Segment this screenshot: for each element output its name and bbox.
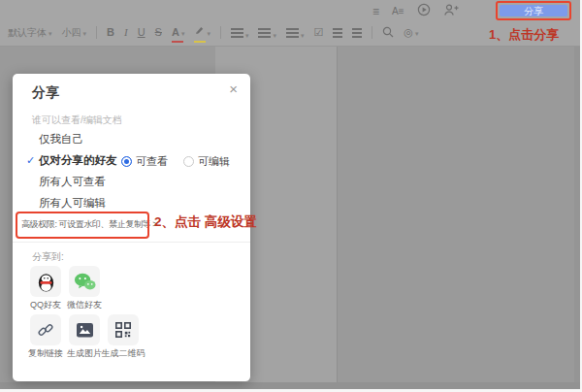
channel-wechat-label: 微信好友 [55,299,113,311]
share-button[interactable]: 分享 [500,5,567,16]
share-button-highlight-box: 分享 [496,1,571,20]
font-color-button[interactable]: A▾ [172,22,184,43]
vertical-scrollbar[interactable] [574,47,580,382]
channel-generate-qrcode-label: 生成二维码 [94,347,152,360]
dialog-title: 分享 [32,84,59,102]
image-icon [76,322,94,339]
highlight-color-button[interactable]: ▾ [194,22,210,43]
toolbar-divider [96,26,97,39]
radio-can-edit[interactable] [183,156,194,167]
qrcode-icon [114,321,132,339]
dialog-divider [13,242,250,243]
chevron-down-icon: ▾ [273,32,276,39]
link-icon [37,321,54,339]
present-icon[interactable] [417,3,431,20]
checkbox-list-button[interactable]: ☑ [313,27,323,38]
chevron-down-icon: ▾ [181,30,185,37]
search-icon[interactable] [382,24,394,42]
align-dropdown[interactable]: ▾ [231,24,249,42]
channel-wechat[interactable] [69,266,100,297]
chevron-down-icon: ▾ [207,30,210,37]
qq-icon [36,271,56,293]
titlebar-icons: ≡ A≡ [372,3,459,20]
strikethrough-button[interactable]: S [155,27,162,38]
position-dropdown[interactable]: ◎▾ [404,27,418,38]
chevron-down-icon: ▾ [48,30,52,37]
chevron-down-icon: ▾ [83,30,87,37]
italic-button[interactable]: I [124,27,128,38]
option-anyone-edit[interactable]: 所有人可编辑 [39,196,106,211]
bullet-list-dropdown[interactable]: ▾ [258,24,276,42]
chevron-down-icon: ▾ [301,32,305,39]
channel-generate-image[interactable] [69,314,100,345]
radio-can-view-label[interactable]: 可查看 [136,154,168,169]
wechat-icon [74,273,96,291]
underline-button[interactable]: U [138,27,146,38]
chevron-down-icon: ▾ [245,32,249,39]
highlighter-icon [194,25,205,36]
bold-button[interactable]: B [107,27,114,38]
text-style-icon[interactable]: A≡ [392,5,404,18]
font-family-dropdown[interactable]: 默认字体▾ [8,26,52,40]
check-icon: ✓ [26,154,35,167]
annotation-step2: 2、点击 高级设置 [154,213,257,231]
channel-generate-qrcode[interactable] [108,314,139,345]
channel-copy-link[interactable] [30,314,61,345]
chevron-down-icon: ▾ [415,30,419,37]
titlebar: ≡ A≡ [0,0,580,19]
option-anyone-view[interactable]: 所有人可查看 [39,175,106,189]
radio-can-edit-label[interactable]: 可编辑 [198,154,230,169]
channel-qq[interactable] [30,266,61,297]
numbered-list-dropdown[interactable]: ▾ [286,24,305,42]
option-only-me[interactable]: 仅我自己 [39,132,83,147]
menu-icon[interactable]: ≡ [372,5,379,18]
permission-radio-group: 可查看 可编辑 [121,154,242,169]
radio-can-view[interactable] [121,156,132,167]
add-collaborator-icon[interactable] [443,3,459,20]
indent-decrease-button[interactable] [352,24,362,42]
toolbar-divider [372,26,372,39]
toolbar-divider [220,26,221,39]
dialog-subtitle: 谁可以查看/编辑文档 [32,114,122,127]
indent-increase-button[interactable] [333,24,342,42]
option-shared-friends[interactable]: 仅对分享的好友 [39,153,117,168]
highlight-color-swatch [194,41,206,43]
advanced-permission-highlight-box [16,212,149,239]
horizontal-scrollbar[interactable] [0,382,580,389]
font-size-dropdown[interactable]: 小四▾ [62,26,87,40]
annotation-step1: 1、点击分享 [489,26,559,44]
font-color-swatch [172,41,183,43]
close-icon[interactable]: × [229,82,238,96]
app-window: ≡ A≡ 分享 默认字体▾ 小四▾ B I U S A▾ ▾ [0,0,582,392]
share-to-label: 分享到: [32,250,64,264]
